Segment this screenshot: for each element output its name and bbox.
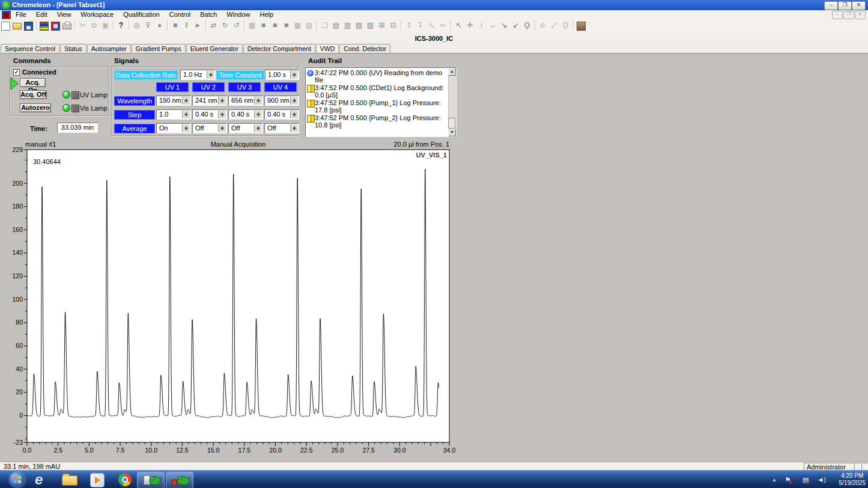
audit-entry[interactable]: 3:47:52 PM 0.500 {Pump_1} Log Pressure: … (306, 99, 448, 114)
save-icon[interactable] (23, 20, 34, 31)
average-uv4-field[interactable]: Off (264, 123, 299, 133)
scroll-down-button[interactable]: ▼ (448, 129, 456, 136)
wavelength-uv3-field[interactable]: 656 nm (228, 96, 263, 106)
spinner[interactable] (182, 111, 190, 118)
vis-lamp-toggle[interactable] (71, 105, 79, 112)
chromeleon-task-button-2[interactable] (166, 472, 193, 488)
tray-clock[interactable]: 4:20 PM 5/19/2025 (839, 472, 866, 487)
overlay-panel-icon[interactable]: ▨ (303, 20, 315, 31)
pan-vertical-icon[interactable]: ↕ (476, 20, 487, 31)
step-uv1-field[interactable]: 1.0 (156, 109, 191, 120)
curve2-icon[interactable]: ∾ (437, 20, 449, 31)
child-close-button[interactable]: ✕ (855, 11, 866, 19)
picture-icon[interactable]: ▦ (246, 20, 258, 31)
open-icon[interactable] (11, 20, 23, 31)
blank-panel-icon[interactable]: ■ (258, 20, 269, 31)
volume-icon[interactable]: ◄) (817, 476, 826, 483)
network-icon[interactable]: ▤✕ (803, 476, 813, 484)
menu-batch[interactable]: Batch (195, 10, 222, 19)
minimize-button[interactable]: – (824, 1, 838, 10)
new-window-icon[interactable]: ❏ (319, 20, 330, 31)
uv-lamp-toggle[interactable] (71, 91, 79, 99)
action-center-flag-icon[interactable]: ⚑✕ (785, 476, 795, 484)
audit-entry[interactable]: 3:47:52 PM 0.500 {Pump_2} Log Pressure: … (306, 114, 448, 129)
uv4-button[interactable]: UV 4 (264, 82, 297, 92)
tab-vwd[interactable]: VWD (316, 44, 339, 53)
spinner[interactable] (207, 71, 214, 79)
pointer-icon[interactable]: ↖ (453, 20, 464, 31)
pan-horizontal-icon[interactable]: ↔ (487, 20, 499, 31)
tab-sequence-control[interactable]: Sequence Control (1, 44, 59, 52)
pause-icon[interactable]: ‖ (181, 20, 192, 31)
document-icon[interactable] (2, 11, 11, 20)
menu-view[interactable]: View (52, 10, 76, 19)
zoom-out-icon[interactable]: ⊘ (537, 20, 548, 31)
new-document-icon[interactable] (0, 20, 11, 31)
plot-panel-icon[interactable]: ▤ (330, 20, 342, 31)
step-uv3-field[interactable]: 0.40 s (228, 109, 263, 120)
time-constant-field[interactable]: 1.00 s (265, 70, 299, 80)
zoom-icon[interactable]: Ϙ (521, 20, 533, 31)
blank-panel2-icon[interactable]: ■ (269, 20, 281, 31)
menu-file[interactable]: File (11, 10, 31, 19)
copy-icon[interactable]: ⧉ (88, 20, 100, 31)
spinner[interactable] (254, 111, 262, 118)
uv1-button[interactable]: UV 1 (156, 82, 189, 92)
step-uv2-field[interactable]: 0.40 s (192, 109, 227, 120)
spinner[interactable] (290, 71, 298, 79)
scroll-up-button[interactable]: ▲ (448, 68, 456, 76)
zoom-special-icon[interactable]: Ϙ (560, 20, 571, 31)
table-panel-icon[interactable]: ⊞ (376, 20, 387, 31)
frame-panel-icon[interactable]: ▩ (292, 20, 303, 31)
spinner[interactable] (290, 124, 298, 132)
print-icon[interactable] (61, 20, 73, 31)
syringe-icon[interactable]: ⊽ (142, 20, 154, 31)
stop-icon[interactable]: ■ (169, 20, 181, 31)
chromeleon-task-button-1[interactable] (137, 472, 165, 488)
plot-panel3-icon[interactable]: ▧ (353, 20, 365, 31)
wavelength-uv2-field[interactable]: 241 nm (192, 96, 227, 106)
blank-panel3-icon[interactable]: ■ (281, 20, 292, 31)
curve-icon[interactable]: ∿ (426, 20, 437, 31)
maximize-button[interactable]: ❐ (838, 1, 852, 10)
media-player-icon[interactable] (90, 473, 105, 487)
wavelength-uv1-field[interactable]: 190 nm (156, 96, 191, 106)
scroll-thumb[interactable] (448, 118, 455, 129)
spinner[interactable] (182, 124, 190, 132)
tab-detector-compartment[interactable]: Detector Compartment (243, 44, 315, 52)
autozero-button[interactable]: Autozero (20, 103, 51, 112)
inject-icon[interactable]: ◎ (131, 20, 142, 31)
uv2-button[interactable]: UV 2 (192, 82, 225, 92)
pan-icon[interactable]: ✛ (464, 20, 476, 31)
tab-autosampler[interactable]: Autosampler (87, 44, 131, 52)
zoom-fit-icon[interactable]: ⤢ (548, 20, 560, 31)
spinner[interactable] (290, 97, 298, 105)
paste-icon[interactable]: ▣ (100, 20, 111, 31)
spinner[interactable] (182, 97, 190, 105)
tab-cond-detector[interactable]: Cond. Detector (339, 44, 390, 52)
audit-entry[interactable]: 3:47:52 PM 0.500 {CDet1} Log Background:… (306, 84, 448, 99)
pick2-icon[interactable]: ↙ (510, 20, 521, 31)
spinner[interactable] (290, 111, 298, 118)
spinner[interactable] (254, 124, 262, 132)
play-icon[interactable]: ► (192, 20, 204, 31)
exchange-icon[interactable]: ⇄ (208, 20, 219, 31)
wavelength-uv4-field[interactable]: 900 nm (264, 96, 299, 106)
close-button[interactable]: ✕ (852, 1, 866, 10)
move-up-icon[interactable]: ↥ (403, 20, 414, 31)
menu-help[interactable]: Help (255, 10, 278, 19)
sequence-wizard-icon[interactable] (38, 20, 50, 31)
audit-entry[interactable]: i3:47:22 PM 0.000 {UV} Reading from demo… (306, 69, 448, 84)
cut-icon[interactable]: ✂ (77, 20, 88, 31)
uv3-button[interactable]: UV 3 (228, 82, 261, 92)
child-minimize-button[interactable]: – (832, 11, 843, 19)
spinner[interactable] (218, 97, 226, 105)
chromatogram-chart[interactable]: 229200180160140120100806040200-230.02.55… (8, 145, 456, 459)
audit-trail-list[interactable]: i3:47:22 PM 0.000 {UV} Reading from demo… (305, 67, 457, 137)
pick-icon[interactable]: ↘ (499, 20, 510, 31)
data-collection-rate-field[interactable]: 1.0 Hz (180, 70, 216, 80)
spinner[interactable] (254, 97, 262, 105)
context-help-icon[interactable]: ? (115, 20, 127, 31)
plot-panel2-icon[interactable]: ▥ (342, 20, 353, 31)
menu-control[interactable]: Control (165, 10, 195, 19)
